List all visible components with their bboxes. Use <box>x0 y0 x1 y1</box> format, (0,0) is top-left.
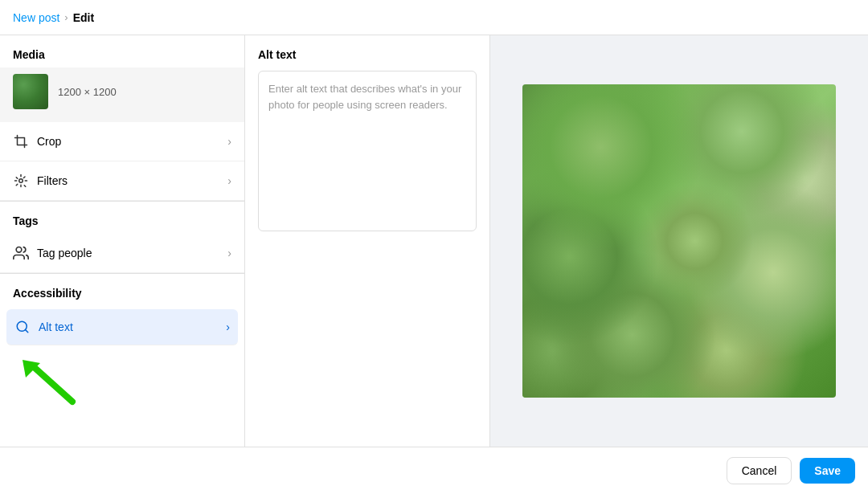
green-arrow-icon <box>16 353 80 410</box>
accessibility-section-title: Accessibility <box>0 274 244 306</box>
alt-text-label: Alt text <box>39 320 73 333</box>
left-panel: Media 1200 × 1200 Crop › <box>0 35 245 447</box>
tag-people-left: Tag people <box>13 245 92 261</box>
svg-line-3 <box>25 329 27 332</box>
filters-menu-item[interactable]: Filters › <box>0 161 244 201</box>
page-title: Edit <box>73 11 94 24</box>
crop-icon <box>13 133 29 149</box>
preview-image-container <box>522 84 836 398</box>
tags-section-title: Tags <box>0 202 244 234</box>
crop-label: Crop <box>37 135 61 148</box>
filters-chevron: › <box>227 174 231 187</box>
main-content: Media 1200 × 1200 Crop › <box>0 35 868 447</box>
svg-point-1 <box>16 247 22 253</box>
tag-people-label: Tag people <box>37 247 92 259</box>
succulent-photo <box>522 84 836 398</box>
middle-panel: Alt text <box>245 35 490 447</box>
alt-text-section-title: Alt text <box>258 48 477 61</box>
filter-icon <box>13 173 29 189</box>
media-thumbnail <box>13 74 48 109</box>
arrow-indicator <box>0 349 244 426</box>
filters-label: Filters <box>37 174 68 187</box>
tag-people-menu-item[interactable]: Tag people › <box>0 234 244 273</box>
crop-left: Crop <box>13 133 61 149</box>
alt-text-left: Alt text <box>14 319 73 335</box>
header: New post › Edit <box>0 0 868 35</box>
new-post-link[interactable]: New post <box>13 11 59 24</box>
cancel-button[interactable]: Cancel <box>727 457 792 484</box>
media-item: 1200 × 1200 <box>0 67 244 122</box>
media-section-title: Media <box>0 35 244 67</box>
footer: Cancel Save <box>0 447 868 494</box>
thumbnail-image <box>13 74 48 109</box>
crop-menu-item[interactable]: Crop › <box>0 122 244 161</box>
filters-left: Filters <box>13 173 68 189</box>
alt-text-menu-item[interactable]: Alt text › <box>6 309 238 345</box>
tag-people-icon <box>13 245 29 261</box>
save-button[interactable]: Save <box>800 458 855 484</box>
alt-text-input[interactable] <box>258 71 477 231</box>
alt-text-chevron: › <box>226 320 230 333</box>
tag-people-chevron: › <box>227 247 231 259</box>
breadcrumb-chevron: › <box>64 11 68 23</box>
media-dimensions: 1200 × 1200 <box>58 86 117 98</box>
alt-text-icon <box>14 319 31 335</box>
right-panel <box>490 35 868 447</box>
svg-point-0 <box>19 179 23 183</box>
crop-chevron: › <box>227 135 231 148</box>
